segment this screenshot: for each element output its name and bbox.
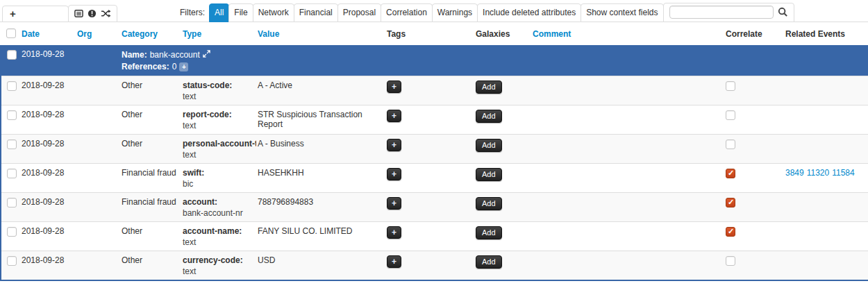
filter-tab-show-context-fields[interactable]: Show context fields	[581, 3, 663, 22]
header-value[interactable]: Value	[256, 22, 385, 46]
attribute-galaxies-cell: Add	[474, 222, 531, 251]
related-events-cell	[784, 251, 868, 281]
header-category[interactable]: Category	[120, 22, 181, 46]
correlate-checkbox[interactable]	[726, 256, 735, 266]
object-date: 2018-09-28	[20, 46, 76, 76]
attribute-org	[76, 135, 120, 164]
row-checkbox[interactable]	[7, 169, 17, 178]
correlate-checkbox[interactable]	[726, 139, 735, 149]
add-tag-button[interactable]: +	[387, 110, 401, 122]
attribute-category: Financial fraud	[120, 164, 181, 193]
row-checkbox[interactable]	[7, 81, 17, 91]
correlate-checkbox[interactable]	[726, 198, 735, 207]
related-event-link[interactable]: 11320	[807, 168, 829, 178]
attribute-comment	[531, 222, 724, 251]
attribute-value: STR Suspicious Transaction Report	[256, 105, 385, 135]
search-icon[interactable]	[778, 7, 788, 17]
correlate-checkbox[interactable]	[726, 169, 735, 178]
correlate-checkbox[interactable]	[726, 81, 735, 91]
attribute-correlate-cell	[724, 251, 784, 281]
attribute-type-format: text	[183, 120, 255, 131]
add-tag-button[interactable]: +	[387, 255, 401, 268]
row-checkbox[interactable]	[7, 227, 17, 237]
filter-tab-correlation[interactable]: Correlation	[381, 3, 433, 22]
attribute-org	[76, 164, 120, 193]
attribute-galaxies-cell: Add	[474, 193, 531, 222]
attribute-date: 2018-09-28	[20, 105, 76, 135]
attribute-type-format: bic	[183, 178, 255, 189]
related-events-cell: 38491132011584	[784, 164, 868, 193]
filters-label: Filters:	[176, 4, 209, 22]
attribute-type-format: bank-account-nr	[183, 207, 255, 219]
search-input[interactable]	[669, 6, 774, 19]
add-attribute-button[interactable]: +	[2, 6, 69, 22]
add-reference-icon[interactable]: +	[179, 62, 188, 71]
add-galaxy-button[interactable]: Add	[476, 139, 502, 152]
attribute-type-format: text	[183, 149, 255, 160]
attribute-org	[76, 222, 120, 251]
filter-tab-network[interactable]: Network	[253, 3, 294, 22]
attribute-type: swift: bic	[181, 164, 256, 193]
exclamation-icon[interactable]	[87, 9, 97, 18]
add-galaxy-button[interactable]: Add	[476, 226, 502, 239]
attribute-org	[76, 105, 120, 135]
attribute-comment	[531, 164, 724, 193]
shuffle-icon[interactable]	[101, 9, 111, 18]
attribute-category: Other	[120, 105, 181, 135]
attribute-galaxies-cell: Add	[474, 135, 531, 164]
row-checkbox[interactable]	[7, 139, 17, 149]
attribute-tags-cell: +	[385, 105, 474, 135]
attribute-row: 2018-09-28 Other status-code: text A - A…	[1, 76, 868, 105]
add-tag-button[interactable]: +	[387, 139, 401, 151]
filter-tab-proposal[interactable]: Proposal	[337, 3, 381, 22]
correlate-checkbox[interactable]	[726, 110, 735, 120]
row-checkbox[interactable]	[7, 110, 17, 120]
filter-tab-warnings[interactable]: Warnings	[432, 3, 478, 22]
filter-tab-file[interactable]: File	[228, 3, 253, 22]
filter-tab-include-deleted-attributes[interactable]: Include deleted attributes	[477, 3, 581, 22]
attribute-category: Other	[120, 222, 181, 251]
header-comment[interactable]: Comment	[531, 22, 724, 46]
correlate-checkbox[interactable]	[726, 227, 735, 237]
header-org[interactable]: Org	[76, 22, 120, 46]
row-checkbox[interactable]	[7, 198, 17, 207]
attribute-galaxies-cell: Add	[474, 76, 531, 105]
filter-tab-all[interactable]: All	[209, 3, 229, 22]
add-galaxy-button[interactable]: Add	[476, 110, 502, 123]
attribute-value: 788796894883	[256, 193, 385, 222]
add-galaxy-button[interactable]: Add	[476, 255, 502, 269]
attribute-date: 2018-09-28	[20, 193, 76, 222]
object-org	[76, 46, 120, 76]
row-checkbox[interactable]	[7, 256, 17, 266]
attribute-value: HASEHKHH	[256, 164, 385, 193]
related-event-link[interactable]: 3849	[785, 168, 804, 178]
attribute-type-format: text	[183, 266, 255, 277]
add-galaxy-button[interactable]: Add	[476, 168, 502, 181]
attribute-comment	[531, 251, 724, 281]
list-view-icon[interactable]	[74, 9, 83, 18]
add-tag-button[interactable]: +	[387, 81, 401, 93]
header-type[interactable]: Type	[181, 22, 256, 46]
attribute-row: 2018-09-28 Other currency-code: text USD…	[1, 251, 868, 281]
attribute-comment	[531, 135, 724, 164]
add-tag-button[interactable]: +	[387, 197, 401, 210]
attribute-org	[76, 193, 120, 222]
attribute-row: 2018-09-28 Other personal-account-type: …	[1, 135, 868, 164]
expand-object-icon[interactable]	[203, 49, 210, 61]
select-all-checkbox[interactable]	[6, 28, 16, 38]
attribute-category: Other	[120, 135, 181, 164]
header-date[interactable]: Date	[20, 22, 76, 46]
attribute-type-name: personal-account-type:	[183, 139, 255, 149]
attribute-type: report-code: text	[181, 105, 256, 135]
related-events-cell	[784, 222, 868, 251]
add-galaxy-button[interactable]: Add	[476, 197, 502, 210]
related-events-cell	[784, 105, 868, 135]
add-galaxy-button[interactable]: Add	[476, 81, 502, 94]
related-event-link[interactable]: 11584	[832, 168, 854, 178]
filter-tab-financial[interactable]: Financial	[294, 3, 338, 22]
add-tag-button[interactable]: +	[387, 168, 401, 180]
attribute-date: 2018-09-28	[20, 135, 76, 164]
attribute-tags-cell: +	[385, 76, 474, 105]
object-row-checkbox[interactable]	[7, 50, 17, 60]
add-tag-button[interactable]: +	[387, 226, 401, 239]
